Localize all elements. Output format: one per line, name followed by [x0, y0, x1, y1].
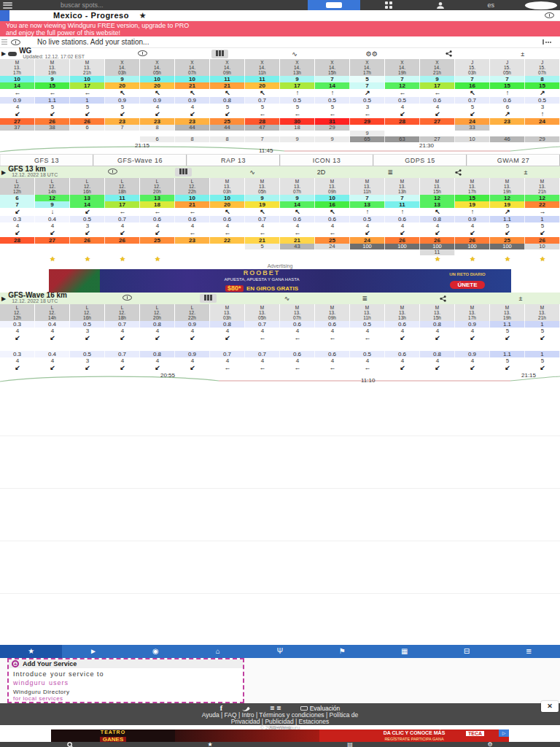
eye-icon[interactable]	[104, 168, 122, 177]
cell-cloud_mid	[0, 131, 35, 136]
shops-icon[interactable]: ▦	[373, 645, 435, 658]
cell-temp: 25	[490, 237, 525, 244]
column-header: X14.09h	[210, 59, 245, 76]
language-selector[interactable]: es	[487, 1, 494, 9]
cell-period: 6	[490, 104, 525, 110]
gears-icon[interactable]: ⚙⚙	[362, 50, 382, 58]
bottom-ad-banner[interactable]: TEATRO GANES DA CLIC Y CONOCE MÁS REGÍST…	[51, 729, 509, 742]
cell-wave: 0.6	[385, 321, 420, 328]
plusminus-icon[interactable]: ±	[516, 50, 529, 58]
apps-icon[interactable]	[385, 1, 392, 9]
nav-options[interactable]: ⚙Opciones	[420, 742, 560, 747]
footer-links-line2[interactable]: Privacidad | Publicidad | Estaciones	[0, 719, 560, 725]
transport-icon[interactable]: ⊟	[435, 645, 497, 658]
column-header: L12.22h	[175, 178, 210, 195]
menu-icon[interactable]	[3, 2, 12, 9]
share-icon[interactable]	[441, 50, 456, 57]
cell-temp: 30	[280, 118, 315, 125]
food-icon[interactable]: Ψ	[249, 645, 311, 658]
collapse-table-icon[interactable]: ▶	[1, 169, 6, 176]
adchoices-icon[interactable]: ▷	[499, 729, 509, 737]
columns-icon[interactable]	[175, 168, 192, 177]
rows-icon[interactable]: ≣	[384, 168, 398, 177]
placeholder-row	[0, 384, 560, 436]
tab-gfs-wave-16[interactable]: GFS-Wave 16	[93, 155, 187, 166]
chart-icon[interactable]: ∿	[287, 50, 302, 58]
nav-search[interactable]: Search	[0, 742, 140, 747]
tab-icon-13[interactable]: ICON 13	[280, 155, 373, 166]
cell-cloud_mid	[175, 131, 210, 136]
stations-menu-icon[interactable]	[1, 39, 7, 44]
cell-wave2: 0.7	[245, 351, 280, 357]
column-header: M13.03h	[210, 304, 245, 321]
chat-button[interactable]	[308, 0, 360, 10]
ad-label-top: Advertising	[0, 263, 560, 269]
plusminus-icon[interactable]: ±	[514, 294, 526, 303]
cell-wave_dir: ←	[315, 334, 350, 342]
stations-eye-icon[interactable]	[11, 39, 20, 45]
stations-settings-icon[interactable]	[542, 39, 554, 44]
cell-wave: 0.5	[280, 97, 315, 104]
columns-icon[interactable]	[211, 50, 228, 58]
eye-icon[interactable]	[118, 294, 136, 303]
nav-maps[interactable]: ▤Mapas	[280, 742, 420, 747]
search-icon	[67, 742, 74, 747]
tab-gfs-13[interactable]: GFS 13	[0, 155, 93, 166]
cell-cloud_high: 6	[70, 125, 105, 131]
tab-gwam-27[interactable]: GWAM 27	[467, 155, 560, 166]
spot-title[interactable]: Mexico - Progreso	[53, 11, 129, 20]
spot-color-icon[interactable]	[0, 10, 9, 21]
collapse-table-icon[interactable]: ▶	[1, 50, 6, 57]
columns-icon[interactable]	[200, 294, 217, 303]
stations-text[interactable]: No live stations. Add your station...	[37, 38, 149, 46]
search-input[interactable]: buscar spots...	[61, 1, 104, 9]
eye-icon[interactable]	[133, 50, 152, 58]
windguru-logo-icon[interactable]	[525, 1, 557, 9]
cell-period: 4	[210, 222, 245, 229]
twitter-icon[interactable]	[241, 705, 251, 711]
chart-icon[interactable]: ∿	[280, 294, 295, 303]
column-header: X14.03h	[105, 59, 140, 76]
cell-wave: 0.8	[140, 321, 175, 328]
services-bar: ★►◉⌂Ψ⚑▦⊟≣	[0, 645, 560, 658]
cell-rating: ★	[490, 255, 525, 263]
rows-icon[interactable]: ≣	[358, 294, 373, 303]
cell-wave: 0.3	[0, 216, 35, 222]
tab-gdps-15[interactable]: GDPS 15	[373, 155, 467, 166]
model-name[interactable]: GFS 13 km	[8, 166, 58, 172]
model-name[interactable]: WG	[19, 48, 85, 54]
activities-icon[interactable]: ⚑	[311, 645, 373, 658]
cell-wave2: 0.4	[35, 351, 70, 357]
top-ad-banner[interactable]: ROOBET APUESTA, APUESTA Y GANA HASTA $80…	[49, 269, 511, 293]
favorite-star-icon[interactable]: ★	[139, 11, 147, 20]
more-icon[interactable]: ≣	[498, 645, 560, 658]
grid-icon[interactable]: ≣ ≣	[270, 705, 281, 711]
spot-info-icon[interactable]: ◉	[125, 645, 187, 658]
feedback-link[interactable]: Evaluación	[300, 705, 341, 712]
webcams-icon[interactable]: ►	[62, 645, 124, 658]
cell-wave2_dir: ↙	[455, 364, 490, 372]
tab-rap-13[interactable]: RAP 13	[187, 155, 280, 166]
hide-spot-eye-icon[interactable]	[545, 12, 554, 18]
plusminus-icon[interactable]: ±	[519, 168, 532, 177]
directory-widget[interactable]: + Add Your Service Introduce your servic…	[7, 658, 244, 703]
share-icon[interactable]	[435, 295, 451, 302]
2D-icon[interactable]: 2D	[313, 168, 330, 177]
cell-wind_dir: ↑	[490, 89, 525, 97]
user-icon[interactable]	[436, 1, 445, 9]
collapse-table-icon[interactable]: ▶	[1, 295, 6, 302]
column-header: M13.09h	[315, 304, 350, 321]
chart-icon[interactable]: ∿	[245, 168, 260, 177]
accommodation-icon[interactable]: ⌂	[187, 645, 249, 658]
favorites-icon[interactable]: ★	[0, 645, 62, 658]
ad-cta-button[interactable]: ÚNETE	[450, 281, 484, 289]
pro-upgrade-banner[interactable]: You are now viewing Windguru FREE versio…	[0, 21, 560, 36]
model-name[interactable]: GFS-Wave 16 km	[8, 293, 67, 298]
cell-cloud_low	[70, 136, 105, 142]
share-icon[interactable]	[451, 169, 466, 176]
add-service-icon: +	[12, 660, 19, 667]
nav-favorites[interactable]: ★Favoritos	[140, 742, 280, 747]
cell-wave_dir: ←	[245, 334, 280, 342]
close-ad-button[interactable]: ✕	[541, 701, 559, 712]
cell-gust: 20	[140, 82, 175, 89]
